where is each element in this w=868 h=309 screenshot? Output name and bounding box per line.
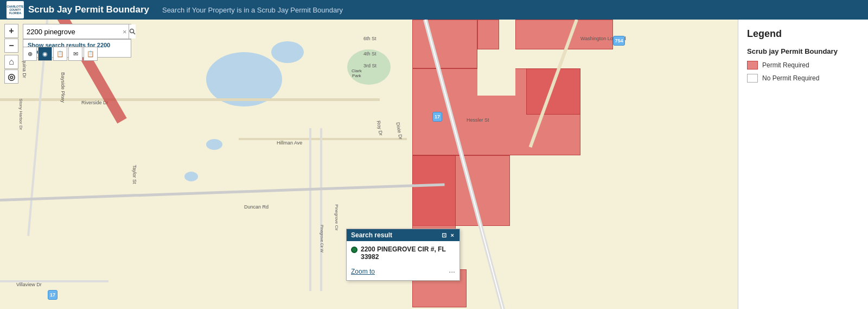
- popup-close-button[interactable]: ×: [450, 232, 455, 239]
- pinegrove-cir-w: [309, 128, 311, 291]
- park-area: [347, 49, 391, 85]
- legend-label-permit-required: Permit Required: [762, 61, 809, 69]
- legend-item-permit-required: Permit Required: [747, 61, 859, 70]
- popup-more-button[interactable]: ···: [449, 267, 455, 276]
- toolbar-btn-1[interactable]: ⊕: [23, 47, 37, 61]
- legend-subtitle: Scrub jay Permit Boundary: [747, 47, 859, 55]
- permit-zone-3: [515, 20, 613, 49]
- popup-title: Search result: [351, 231, 392, 239]
- search-result-popup: Search result ⊡ × 2200 PINEGROVE CIR #, …: [346, 229, 460, 281]
- toolbar-btn-5[interactable]: 📋: [84, 47, 98, 61]
- popup-location-pin: [351, 247, 358, 253]
- legend-label-no-permit: No Permit Required: [762, 74, 819, 82]
- zone-cutout-1: [477, 68, 515, 96]
- popup-zoom-to-button[interactable]: Zoom to: [351, 268, 375, 275]
- riverside-dr: [0, 98, 380, 101]
- map-area[interactable]: 6th St 4th St 3rd St Riverside Dr Hillma…: [0, 20, 738, 309]
- water-body-2: [271, 41, 304, 63]
- legend-item-no-permit: No Permit Required: [747, 74, 859, 83]
- locate-button[interactable]: ◎: [4, 70, 18, 84]
- logo-badge: CHARLOTTECOUNTYFLORIDA: [7, 1, 24, 18]
- highway-badge-754: 754: [613, 36, 625, 46]
- search-submit-button[interactable]: [129, 24, 136, 39]
- home-button[interactable]: ⌂: [4, 55, 18, 69]
- svg-line-1: [133, 33, 135, 35]
- search-icon: [129, 28, 136, 35]
- svg-point-0: [130, 29, 133, 33]
- app-title: Scrub Jay Permit Boundary: [28, 4, 149, 15]
- legend-title: Legend: [747, 28, 859, 40]
- app-header: CHARLOTTECOUNTYFLORIDA Scrub Jay Permit …: [0, 0, 868, 20]
- popup-footer: Zoom to ···: [347, 265, 459, 280]
- popup-body: 2200 PINEGROVE CIR #, FL 33982: [347, 241, 459, 265]
- legend-swatch-red: [747, 61, 758, 70]
- search-input[interactable]: [23, 27, 121, 37]
- search-box[interactable]: ×: [23, 24, 131, 39]
- permit-zone-5: [526, 68, 580, 115]
- highway-badge-17-top: 17: [432, 112, 442, 122]
- toolbar: ⊕ ◉ 📋 ✉ 📋: [23, 47, 98, 61]
- villaview-dr: [0, 280, 108, 282]
- popup-address: 2200 PINEGROVE CIR #, FL 33982: [361, 245, 455, 261]
- popup-controls: ⊡ ×: [441, 232, 455, 239]
- popup-header: Search result ⊡ ×: [347, 229, 459, 241]
- clear-search-button[interactable]: ×: [121, 28, 129, 36]
- water-body-3: [206, 139, 222, 150]
- toolbar-btn-3[interactable]: 📋: [53, 47, 67, 61]
- legend-panel: Legend Scrub jay Permit Boundary Permit …: [738, 20, 868, 309]
- map-controls: + − ⌂ ◎: [4, 24, 18, 84]
- toolbar-btn-2[interactable]: ◉: [38, 47, 52, 61]
- permit-zone-1: [412, 20, 477, 68]
- zoom-in-button[interactable]: +: [4, 24, 18, 38]
- hillman-ave: [239, 138, 407, 140]
- permit-zone-2: [477, 20, 499, 49]
- legend-swatch-empty: [747, 74, 758, 83]
- pinegrove-cir: [320, 128, 322, 291]
- zoom-out-button[interactable]: −: [4, 39, 18, 53]
- logo-area: CHARLOTTECOUNTYFLORIDA Scrub Jay Permit …: [7, 1, 162, 18]
- highway-badge-17-bottom: 17: [48, 290, 58, 300]
- popup-minimize-button[interactable]: ⊡: [441, 232, 448, 239]
- water-body-4: [184, 172, 198, 181]
- toolbar-btn-4[interactable]: ✉: [68, 47, 82, 61]
- app-subtitle: Search if Your Property is in a Scrub Ja…: [162, 6, 343, 14]
